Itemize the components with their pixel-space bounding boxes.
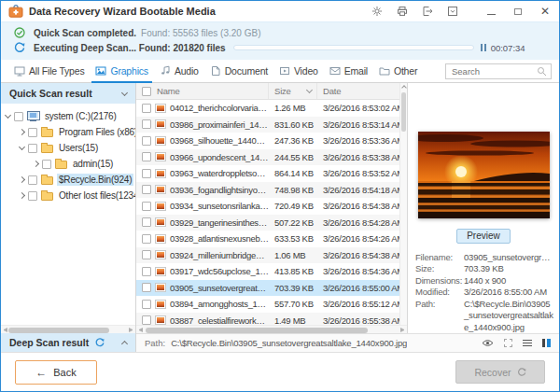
tab-all-file-types[interactable]: All File Types [8,60,90,82]
tree-item-label: $Recycle.Bin(924) [57,174,133,186]
tree-item[interactable]: Other lost files(1234) [1,188,135,203]
file-row[interactable]: 03887_celestialfireworks_1440x... 1.49 M… [136,313,399,326]
file-row[interactable]: 03936_fogandlightsinyosemite... 748.98 K… [136,182,399,199]
file-row-checkbox[interactable] [142,169,151,178]
printer-icon[interactable] [396,5,409,18]
file-row[interactable]: 03929_tangerinesinthesky_1440... 507.22 … [136,215,399,231]
export-icon[interactable] [421,5,434,18]
tree-item-checkbox[interactable] [28,144,37,153]
file-row-checkbox[interactable] [142,152,151,161]
tab-audio[interactable]: Audio [154,60,204,82]
details-view-icon[interactable] [542,339,551,347]
file-row-checkbox[interactable] [142,300,151,309]
tree-horizontal-scrollbar[interactable] [1,325,135,333]
file-row[interactable]: 04012_therichcolorvariationsof... 1.26 M… [136,100,399,117]
scrollbar-thumb[interactable] [146,328,368,333]
file-row[interactable]: 03894_amongghosts_1440x900... 557.70 KB … [136,296,399,313]
scrollbar-thumb[interactable] [401,92,406,132]
file-row[interactable]: 03968_silhouette_1440x900.jpg 247.36 KB … [136,133,399,149]
feedback-icon[interactable] [371,5,384,18]
tree-expander-chevron-icon[interactable] [19,144,25,150]
tree-expander-chevron-icon[interactable] [33,161,39,167]
file-row-checkbox[interactable] [142,315,151,325]
tab-other[interactable]: Other [373,60,423,82]
back-button[interactable]: ← Back [15,360,97,385]
scrollbar-thumb[interactable] [8,328,109,333]
file-detail-row: Filename: 03905_sunsetovergreatsaltlake.… [415,252,553,264]
tree-expander-chevron-icon[interactable] [19,192,25,199]
maximize-icon[interactable] [511,5,525,18]
menu-dropdown-icon[interactable] [446,5,459,18]
file-row-checkbox[interactable] [142,267,151,276]
column-header-size[interactable]: Size [269,83,317,99]
pause-scan-icon[interactable] [481,44,486,51]
tree-expander-chevron-icon[interactable] [19,176,25,183]
tree-item-checkbox[interactable] [28,128,37,137]
quick-scan-result-header[interactable]: Quick Scan result [1,83,135,104]
tree-item-checkbox[interactable] [14,112,23,121]
center-area: Name Size Date [136,83,559,352]
size-filter-dropdown-icon[interactable] [306,87,313,93]
file-row-checkbox[interactable] [142,136,151,146]
file-name: 03986_proximainferi_1440x900... [170,119,269,130]
column-header-date[interactable]: Date [317,83,399,99]
preview-panel: Preview Filename: 03905_sunsetovergreats… [407,83,559,333]
quick-scan-status-detail: Found: 55563 files (3.20 GB) [141,28,260,38]
tab-graphics[interactable]: Graphics [90,60,153,82]
tree-item[interactable]: Program Files (x86)(3) [1,124,135,140]
collapse-chevron-icon[interactable] [121,89,128,95]
file-list-panel: Name Size Date [136,83,407,333]
minimize-icon[interactable] [484,5,497,18]
detail-label: Path: [415,299,464,334]
file-row[interactable]: 03924_milleniumbridge_1440x9... 1.06 MB … [136,247,399,264]
file-row[interactable]: 03963_waterdroppletsonsunro... 864.14 KB… [136,165,399,182]
recover-button[interactable]: Recover [455,360,545,384]
deep-scan-result-header[interactable]: Deep Scan result [1,333,135,352]
scroll-up-icon[interactable] [401,85,407,91]
tree-expander-chevron-icon[interactable] [19,129,25,135]
file-name: 03917_wdc56upclose_1440x90... [170,266,269,276]
search-input[interactable] [450,65,537,77]
tree-item[interactable]: $Recycle.Bin(924) [1,172,135,188]
file-date: 3/26/2016 8:53:36 AM [317,135,399,146]
file-row[interactable]: 03986_proximainferi_1440x900... 831.60 K… [136,117,399,133]
thumbnail-view-icon[interactable] [504,339,512,347]
file-row-checkbox[interactable] [142,283,151,292]
tree-item-checkbox[interactable] [28,175,37,185]
preview-button[interactable]: Preview [456,229,511,244]
scroll-left-icon[interactable] [138,328,143,332]
list-view-icon[interactable] [523,340,532,346]
tree-item-checkbox[interactable] [42,160,51,169]
file-row-checkbox[interactable] [142,185,151,194]
file-row[interactable]: 03905_sunsetovergreatsaltlake... 703.39 … [136,280,399,297]
detail-label: Modified: [415,287,464,299]
close-icon[interactable]: ✕ [539,5,552,18]
tree-item[interactable]: Users(15) [1,140,135,156]
file-row-checkbox[interactable] [142,250,151,259]
file-row[interactable]: 03966_upondescent_1440x900... 244.55 KB … [136,149,399,166]
scroll-left-icon[interactable] [3,328,7,332]
file-row[interactable]: 03928_atlantisnexusnebula_144... 633.53 … [136,231,399,247]
file-row[interactable]: 03934_sunsetonsrilanka_1440x... 720.49 K… [136,198,399,215]
scroll-right-icon[interactable] [400,328,405,332]
tab-document[interactable]: Document [204,60,273,82]
file-list-vertical-scrollbar[interactable] [399,83,407,325]
file-row-checkbox[interactable] [142,217,151,227]
file-list-horizontal-scrollbar[interactable] [136,325,407,333]
scroll-right-icon[interactable] [129,328,133,332]
column-header-name[interactable]: Name [136,83,269,99]
tree-expander-chevron-icon[interactable] [5,112,11,119]
tab-email[interactable]: Email [324,60,373,82]
eye-icon[interactable] [482,339,494,347]
select-all-checkbox[interactable] [142,87,151,96]
file-row-checkbox[interactable] [142,234,151,244]
expand-chevron-icon[interactable] [121,341,128,347]
file-row-checkbox[interactable] [142,104,151,113]
file-row-checkbox[interactable] [142,119,151,129]
file-row-checkbox[interactable] [142,202,151,211]
tree-item[interactable]: system (C:)(2176) [1,108,135,124]
tab-video[interactable]: Video [273,60,324,82]
file-row[interactable]: 03917_wdc56upclose_1440x90... 413.85 KB … [136,263,399,280]
tree-item[interactable]: admin(15) [1,156,135,172]
tree-item-checkbox[interactable] [28,191,37,201]
